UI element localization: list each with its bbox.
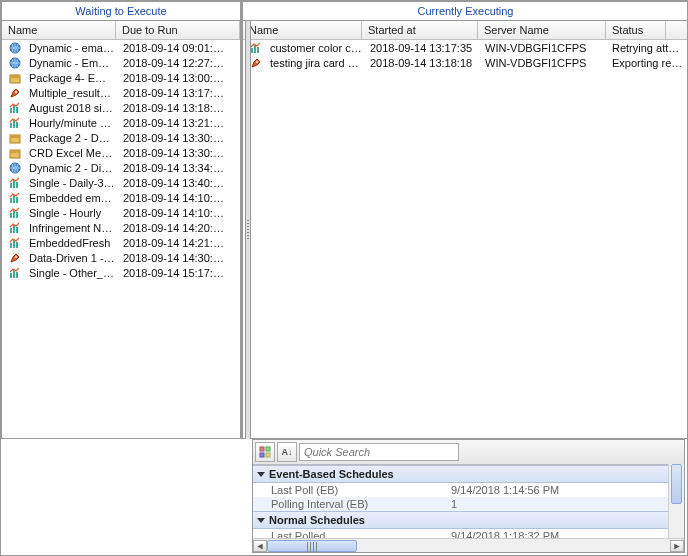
table-row[interactable]: Embedded email test2018-09-14 14:10:00 <box>2 190 240 205</box>
table-row[interactable]: Package 2 - Daily -...2018-09-14 13:30:0… <box>2 130 240 145</box>
table-row[interactable]: Single - Daily-30Mi...2018-09-14 13:40:0… <box>2 175 240 190</box>
table-row[interactable]: Hourly/minute bug2018-09-14 13:21:00 <box>2 115 240 130</box>
rocket-icon <box>8 86 22 100</box>
col-due[interactable]: Due to Run <box>116 21 240 39</box>
svg-rect-26 <box>13 225 15 233</box>
chart-green-icon <box>8 221 22 235</box>
row-name: Package 4- Email-... <box>25 71 119 85</box>
table-row[interactable]: Single - Other_rep...2018-09-14 15:17:00 <box>2 265 240 280</box>
col-name[interactable]: Name <box>243 21 362 39</box>
table-row[interactable]: CRD Excel Merge...2018-09-14 13:30:00 <box>2 145 240 160</box>
row-name: Hourly/minute bug <box>25 116 119 130</box>
table-row[interactable]: Single - Hourly2018-09-14 14:10:00 <box>2 205 240 220</box>
row-status: Retrying attemp <box>608 41 688 55</box>
table-row[interactable]: Data-Driven 1 - email2018-09-14 14:30:00 <box>2 250 240 265</box>
scroll-right[interactable]: ► <box>670 540 684 552</box>
svg-rect-37 <box>257 47 259 53</box>
property-value: 9/14/2018 1:18:32 PM <box>451 530 559 538</box>
svg-rect-3 <box>10 75 20 78</box>
table-row[interactable]: Dynamic 2 - Disk - ...2018-09-14 13:34:0… <box>2 160 240 175</box>
row-due: 2018-09-14 14:10:00 <box>119 206 229 220</box>
table-row[interactable]: August 2018 single2018-09-14 13:18:00 <box>2 100 240 115</box>
svg-rect-9 <box>13 120 15 128</box>
svg-rect-34 <box>16 272 18 278</box>
row-name: Embedded email test <box>25 191 119 205</box>
col-status[interactable]: Status <box>606 21 666 39</box>
chart-green-icon <box>8 191 22 205</box>
row-name: Multiple_results-ex... <box>25 86 119 100</box>
group-header[interactable]: Normal Schedules <box>253 511 684 529</box>
svg-rect-21 <box>16 197 18 203</box>
svg-rect-40 <box>266 447 270 451</box>
chart-green-icon <box>8 236 22 250</box>
globe-blue-icon <box>8 56 22 70</box>
chart-green-icon <box>8 206 22 220</box>
table-row[interactable]: Package 4- Email-...2018-09-14 13:00:00 <box>2 70 240 85</box>
quick-search-input[interactable] <box>299 443 459 461</box>
group-header[interactable]: Event-Based Schedules <box>253 465 684 483</box>
box-yellow-icon <box>8 146 22 160</box>
svg-rect-8 <box>10 123 12 128</box>
table-row[interactable]: testing jira card 1622018-09-14 13:18:18… <box>243 55 688 70</box>
row-due: 2018-09-14 12:27:00 <box>119 56 229 70</box>
row-due: 2018-09-14 14:30:00 <box>119 251 229 265</box>
col-server[interactable]: Server Name <box>478 21 606 39</box>
row-name: Dynamic 2 - Disk - ... <box>25 161 119 175</box>
waiting-title: Waiting to Execute <box>2 2 240 21</box>
svg-rect-27 <box>16 227 18 233</box>
row-due: 2018-09-14 14:21:00 <box>119 236 229 250</box>
scroll-left[interactable]: ◄ <box>253 540 267 552</box>
svg-rect-17 <box>13 180 15 188</box>
properties-hscroll[interactable]: ◄ ► <box>253 538 684 552</box>
executing-rows: customer color cha...2018-09-14 13:17:35… <box>243 40 688 438</box>
table-row[interactable]: Dynamic - Email - #22018-09-14 12:27:00 <box>2 55 240 70</box>
collapse-icon <box>257 518 265 523</box>
property-row[interactable]: Polling Interval (EB)1 <box>253 497 684 511</box>
table-row[interactable]: EmbeddedFresh2018-09-14 14:21:00 <box>2 235 240 250</box>
table-row[interactable]: Dynamic - email e...2018-09-14 09:01:00 <box>2 40 240 55</box>
row-due: 2018-09-14 13:30:00 <box>119 146 229 160</box>
row-name: Single - Hourly <box>25 206 119 220</box>
row-started: 2018-09-14 13:18:18 <box>366 56 481 70</box>
svg-rect-36 <box>254 45 256 53</box>
col-started[interactable]: Started at <box>362 21 478 39</box>
col-name[interactable]: Name <box>2 21 116 39</box>
properties-panel: A↓ Event-Based SchedulesLast Poll (EB)9/… <box>252 439 685 553</box>
row-due: 2018-09-14 13:21:00 <box>119 116 229 130</box>
chart-green-icon <box>8 176 22 190</box>
box-yellow-icon <box>8 71 22 85</box>
row-due: 2018-09-14 15:17:00 <box>119 266 229 280</box>
svg-rect-12 <box>10 135 20 138</box>
row-name: CRD Excel Merge... <box>25 146 119 160</box>
row-due: 2018-09-14 14:10:00 <box>119 191 229 205</box>
globe-blue-icon <box>8 161 22 175</box>
box-yellow-icon <box>8 131 22 145</box>
collapse-icon <box>257 472 265 477</box>
svg-rect-39 <box>260 447 264 451</box>
property-row[interactable]: Last Polled9/14/2018 1:18:32 PM <box>253 529 684 538</box>
svg-rect-10 <box>16 122 18 128</box>
svg-rect-29 <box>13 240 15 248</box>
properties-vscroll[interactable] <box>668 464 684 538</box>
svg-rect-33 <box>13 270 15 278</box>
chart-green-icon <box>8 116 22 130</box>
property-row[interactable]: Last Poll (EB)9/14/2018 1:14:56 PM <box>253 483 684 497</box>
svg-rect-22 <box>10 213 12 218</box>
table-row[interactable]: customer color cha...2018-09-14 13:17:35… <box>243 40 688 55</box>
row-name: customer color cha... <box>266 41 366 55</box>
svg-rect-42 <box>266 453 270 457</box>
row-name: Single - Daily-30Mi... <box>25 176 119 190</box>
properties-toolbar: A↓ <box>253 440 684 465</box>
svg-rect-28 <box>10 243 12 248</box>
row-status: Exporting repor <box>608 56 688 70</box>
property-value: 1 <box>451 498 457 510</box>
vertical-splitter[interactable] <box>245 21 251 439</box>
table-row[interactable]: Infringement Nomi...2018-09-14 14:20:00 <box>2 220 240 235</box>
categorize-button[interactable] <box>255 442 275 462</box>
sort-button[interactable]: A↓ <box>277 442 297 462</box>
row-due: 2018-09-14 13:40:00 <box>119 176 229 190</box>
row-name: Dynamic - Email - #2 <box>25 56 119 70</box>
row-server: WIN-VDBGFI1CFPS <box>481 41 608 55</box>
table-row[interactable]: Multiple_results-ex...2018-09-14 13:17:0… <box>2 85 240 100</box>
rocket-icon <box>8 251 22 265</box>
